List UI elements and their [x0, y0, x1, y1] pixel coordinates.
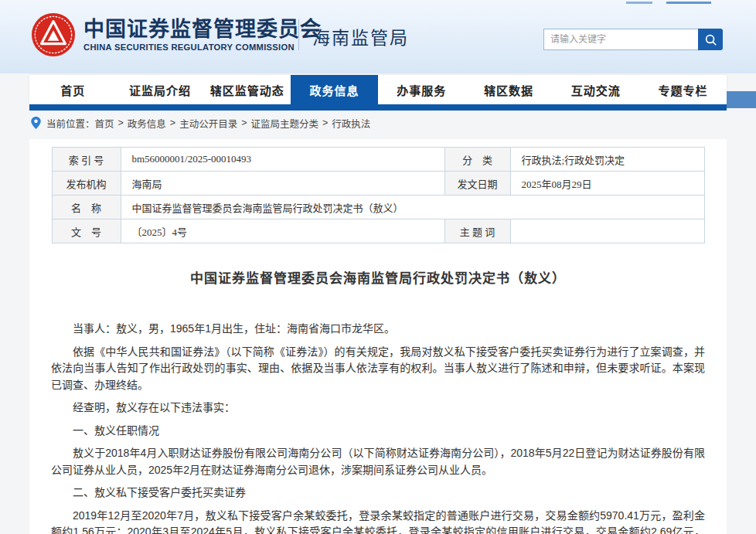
main-nav: 首页 证监局介绍 辖区监管动态 政务信息 办事服务 辖区数据 互动交流 专题专栏	[29, 75, 727, 104]
nav-tab-region-data[interactable]: 辖区数据	[465, 75, 553, 104]
meta-value-doc-no: 〔2025〕4号	[121, 219, 444, 243]
table-row: 发布机构 海南局 发文日期 2025年08月29日	[52, 172, 704, 196]
search-box	[543, 29, 723, 50]
org-title-block: 中国证券监督管理委员会 CHINA SECURITIES REGULATORY …	[83, 18, 322, 52]
topbar-link-fragment[interactable]	[626, 0, 652, 4]
nav-tab-special-columns[interactable]: 专题专栏	[639, 75, 727, 104]
org-name-cn: 中国证券监督管理委员会	[83, 18, 322, 41]
breadcrumb-admin-enforcement[interactable]: 行政执法	[332, 116, 370, 131]
paragraph-section-two-heading: 二、敖义私下接受客户委托买卖证券	[51, 485, 705, 502]
table-row: 名 称 中国证券监督管理委员会海南监管局行政处罚决定书（敖义）	[52, 196, 704, 219]
breadcrumb-topic-category[interactable]: 证监局主题分类	[251, 116, 319, 131]
topbar-link-fragment[interactable]	[666, 0, 711, 4]
breadcrumb-open-directory[interactable]: 主动公开目录	[179, 116, 237, 131]
meta-label-keywords: 主 题 词	[444, 219, 510, 243]
breadcrumb: 当前位置： 首页 > 政务信息 > 主动公开目录 > 证监局主题分类 > 行政执…	[31, 116, 370, 130]
content-panel: 索 引 号 bm56000001/2025-00010493 分 类 行政执法;…	[29, 139, 727, 534]
breadcrumb-home[interactable]: 首页	[95, 116, 114, 131]
breadcrumb-separator: >	[118, 117, 124, 128]
document-meta-table: 索 引 号 bm56000001/2025-00010493 分 类 行政执法;…	[52, 147, 705, 243]
breadcrumb-gov-info[interactable]: 政务信息	[128, 116, 166, 131]
search-input[interactable]	[543, 29, 698, 50]
meta-value-category: 行政执法;行政处罚决定	[510, 148, 704, 172]
meta-value-index-no: bm56000001/2025-00010493	[121, 148, 444, 172]
nav-tab-interaction[interactable]: 互动交流	[553, 75, 640, 104]
document-body: 当事人：敖义，男，1965年1月出生，住址：海南省海口市龙华区。 依据《中华人民…	[29, 321, 727, 534]
nav-underline-bar	[29, 104, 727, 111]
csrc-logo-icon	[31, 12, 76, 57]
nav-tab-services[interactable]: 办事服务	[378, 75, 465, 104]
nav-tab-home[interactable]: 首页	[29, 75, 117, 104]
org-name-en: CHINA SECURITIES REGULATORY COMMISSION	[83, 43, 322, 52]
table-row: 文 号 〔2025〕4号 主 题 词	[52, 219, 704, 243]
nav-tab-bureau-intro[interactable]: 证监局介绍	[117, 75, 204, 104]
document-title: 中国证券监督管理委员会海南监管局行政处罚决定书（敖义）	[29, 267, 727, 287]
paragraph-findings-intro: 经查明，敖义存在以下违法事实：	[51, 400, 705, 417]
paragraph-legal-basis: 依据《中华人民共和国证券法》（以下简称《证券法》）的有关规定，我局对敖义私下接受…	[51, 344, 705, 394]
meta-value-issuer: 海南局	[121, 172, 444, 196]
meta-label-issue-date: 发文日期	[444, 172, 510, 196]
site-header: 中国证券监督管理委员会 CHINA SECURITIES REGULATORY …	[0, 0, 756, 73]
search-icon	[704, 33, 717, 46]
meta-value-issue-date: 2025年08月29日	[510, 172, 704, 196]
paragraph-section-one-heading: 一、敖义任职情况	[51, 423, 705, 440]
breadcrumb-separator: >	[170, 117, 175, 128]
paragraph-parties: 当事人：敖义，男，1965年1月出生，住址：海南省海口市龙华区。	[51, 321, 705, 338]
topbar-links	[626, 0, 711, 5]
meta-label-doc-no: 文 号	[52, 219, 121, 243]
meta-value-keywords	[510, 219, 704, 243]
breadcrumb-separator: >	[322, 117, 328, 128]
meta-value-title: 中国证券监督管理委员会海南监管局行政处罚决定书（敖义）	[121, 196, 704, 219]
bureau-name: 海南监管局	[312, 23, 409, 49]
page-edge-decoration	[727, 91, 756, 108]
meta-label-title: 名 称	[52, 196, 121, 219]
meta-label-issuer: 发布机构	[52, 172, 121, 196]
meta-label-category: 分 类	[444, 148, 510, 172]
paragraph-employment-history: 敖义于2018年4月入职财达证券股份有限公司海南分公司（以下简称财达证券海南分公…	[51, 445, 705, 478]
table-row: 索 引 号 bm56000001/2025-00010493 分 类 行政执法;…	[52, 148, 704, 172]
nav-tab-gov-info[interactable]: 政务信息	[291, 75, 378, 104]
search-button[interactable]	[698, 29, 723, 50]
breadcrumb-prefix: 当前位置：	[46, 116, 95, 131]
header-divider	[298, 19, 299, 50]
nav-tab-region-supervision[interactable]: 辖区监管动态	[204, 75, 291, 104]
location-pin-icon	[31, 117, 41, 129]
meta-label-index-no: 索 引 号	[52, 148, 121, 172]
paragraph-violation-details: 2019年12月至2020年7月，敖义私下接受客户余某蛟委托，登录余某蛟指定的普…	[51, 508, 705, 534]
breadcrumb-separator: >	[241, 117, 247, 128]
